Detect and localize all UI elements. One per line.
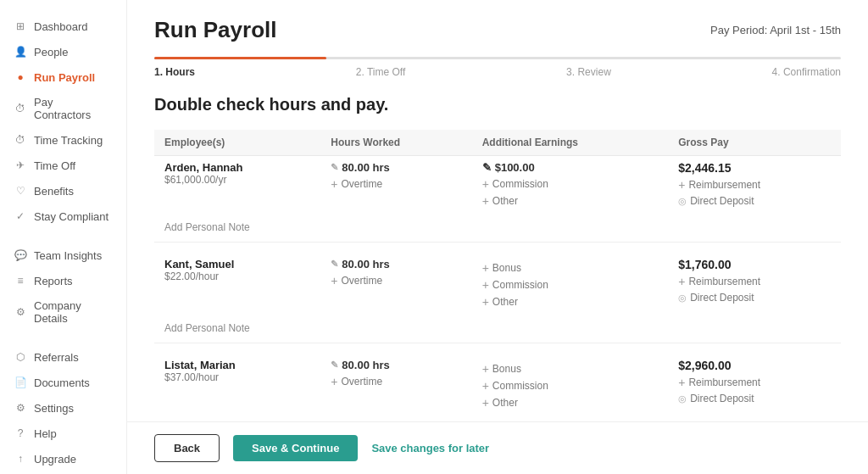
add-icon-other-1: + (482, 194, 489, 208)
deposit-icon-1: ◎ (678, 196, 687, 207)
sidebar-item-company-details[interactable]: ⚙ Company Details (0, 293, 126, 331)
deposit-label-2: Direct Deposit (690, 292, 754, 304)
add-icon-overtime-3: + (331, 375, 337, 388)
sidebar-item-referrals[interactable]: ⬡ Referrals (0, 344, 126, 370)
add-icon-reimb-2: + (678, 275, 685, 288)
hours-value-3: ✎ 80.00 hrs (331, 359, 461, 371)
employee-rate-1: $61,000.00/yr (164, 174, 310, 186)
reimbursement-label-1: Reimbursement (688, 179, 760, 191)
sidebar-item-stay-compliant[interactable]: ✓ Stay Compliant (0, 204, 126, 229)
commission-label-1: Commission (492, 178, 548, 190)
edit-hours-icon-2: ✎ (331, 259, 338, 270)
sidebar-item-label: Run Payroll (34, 71, 95, 84)
add-commission-1[interactable]: + Commission (482, 177, 659, 191)
reimbursement-label-3: Reimbursement (688, 376, 760, 388)
commission-label-3: Commission (492, 380, 548, 392)
sidebar-item-run-payroll[interactable]: ● Run Payroll (0, 64, 126, 90)
time-tracking-icon: ⏱ (14, 133, 27, 147)
col-gross: Gross Pay (668, 130, 841, 156)
progress-step-time-off[interactable]: 2. Time Off (356, 66, 405, 78)
bonus-label-2: Bonus (492, 262, 521, 274)
employee-name-1: Arden, Hannah (164, 161, 310, 174)
progress-step-confirmation[interactable]: 4. Confirmation (772, 66, 841, 78)
row-spacer-2 (154, 343, 841, 354)
add-deposit-3[interactable]: ◎ Direct Deposit (678, 393, 831, 404)
hours-value-2: ✎ 80.00 hrs (331, 258, 461, 270)
add-overtime-2[interactable]: + Overtime (331, 274, 461, 287)
note-cell-1: Add Personal Note (154, 213, 841, 243)
sidebar-item-documents[interactable]: 📄 Documents (0, 370, 126, 395)
add-icon-commission-1: + (482, 177, 489, 191)
overtime-label-2: Overtime (342, 275, 383, 287)
settings-icon: ⚙ (14, 401, 27, 415)
team-insights-icon: 💬 (14, 248, 27, 262)
add-commission-2[interactable]: + Commission (482, 278, 659, 292)
add-other-2[interactable]: + Other (482, 295, 659, 309)
add-reimbursement-1[interactable]: + Reimbursement (678, 178, 831, 192)
deposit-icon-3: ◎ (678, 393, 687, 404)
back-button[interactable]: Back (154, 434, 220, 462)
table-row-note-1: Add Personal Note (154, 213, 841, 243)
earnings-amount-1: ✎ $100.00 (482, 161, 659, 174)
people-icon: 👤 (14, 45, 27, 59)
add-icon-overtime-1: + (331, 177, 337, 191)
add-personal-note-1[interactable]: Add Personal Note (164, 221, 831, 233)
add-other-1[interactable]: + Other (482, 194, 659, 208)
add-personal-note-2[interactable]: Add Personal Note (164, 322, 831, 334)
add-reimbursement-2[interactable]: + Reimbursement (678, 275, 831, 288)
hours-amount-2: 80.00 hrs (342, 258, 389, 270)
employee-cell-3: Listat, Marian $37.00/hour (154, 354, 320, 415)
sidebar-item-reports[interactable]: ≡ Reports (0, 268, 126, 293)
progress-step-hours[interactable]: 1. Hours (154, 66, 195, 78)
table-header-row: Employee(s) Hours Worked Additional Earn… (154, 130, 841, 156)
add-commission-3[interactable]: + Commission (482, 379, 659, 393)
sidebar-item-upgrade[interactable]: ↑ Upgrade (0, 446, 126, 471)
sidebar: ⊞ Dashboard 👤 People ● Run Payroll ⏱ Pay… (0, 0, 127, 474)
edit-earnings-icon-1: ✎ (482, 161, 492, 174)
save-continue-button[interactable]: Save & Continue (233, 435, 358, 461)
overtime-label-1: Overtime (342, 178, 383, 190)
edit-hours-icon-1: ✎ (331, 162, 338, 173)
sidebar-item-team-insights[interactable]: 💬 Team Insights (0, 243, 126, 268)
add-overtime-3[interactable]: + Overtime (331, 375, 461, 388)
other-label-1: Other (492, 195, 518, 207)
sidebar-item-people[interactable]: 👤 People (0, 39, 126, 64)
add-icon-other-3: + (482, 396, 489, 410)
add-overtime-1[interactable]: + Overtime (331, 177, 461, 191)
add-bonus-3[interactable]: + Bonus (482, 362, 659, 376)
employee-rate-2: $22.00/hour (164, 270, 310, 282)
add-icon-commission-2: + (482, 278, 489, 292)
pay-contractors-icon: ⏱ (14, 102, 27, 115)
section-title: Double check hours and pay. (154, 95, 841, 114)
main-content: Run Payroll Pay Period: April 1st - 15th… (127, 0, 868, 421)
employee-cell-2: Kant, Samuel $22.00/hour (154, 253, 320, 314)
table-row: Kant, Samuel $22.00/hour ✎ 80.00 hrs + O… (154, 253, 841, 314)
sidebar-item-dashboard[interactable]: ⊞ Dashboard (0, 14, 126, 39)
sidebar-item-time-off[interactable]: ✈ Time Off (0, 153, 126, 178)
help-icon: ? (14, 427, 27, 440)
sidebar-item-label: Referrals (34, 351, 79, 364)
sidebar-item-label: Benefits (34, 185, 74, 198)
sidebar-item-settings[interactable]: ⚙ Settings (0, 395, 126, 421)
earnings-cell-2: + Bonus + Commission + Other (472, 253, 669, 314)
sidebar-item-help[interactable]: ? Help (0, 421, 126, 446)
add-icon-other-2: + (482, 295, 489, 309)
progress-bar-container: 1. Hours 2. Time Off 3. Review 4. Confir… (154, 57, 841, 78)
sidebar-item-label: Settings (34, 402, 74, 415)
add-reimbursement-3[interactable]: + Reimbursement (678, 376, 831, 389)
hours-amount-3: 80.00 hrs (342, 359, 389, 371)
run-payroll-icon: ● (14, 70, 27, 84)
save-later-button[interactable]: Save changes for later (371, 442, 489, 454)
sidebar-item-pay-contractors[interactable]: ⏱ Pay Contractors (0, 90, 126, 127)
progress-step-review[interactable]: 3. Review (566, 66, 611, 78)
gross-pay-2: $1,760.00 (678, 258, 831, 271)
hours-cell-1: ✎ 80.00 hrs + Overtime (320, 156, 471, 214)
add-other-3[interactable]: + Other (482, 396, 659, 410)
hours-amount-1: 80.00 hrs (342, 161, 389, 174)
sidebar-item-benefits[interactable]: ♡ Benefits (0, 178, 126, 204)
add-bonus-2[interactable]: + Bonus (482, 261, 659, 275)
sidebar-item-time-tracking[interactable]: ⏱ Time Tracking (0, 127, 126, 153)
add-deposit-1[interactable]: ◎ Direct Deposit (678, 195, 831, 207)
earnings-value-1: $100.00 (495, 161, 535, 174)
add-deposit-2[interactable]: ◎ Direct Deposit (678, 292, 831, 304)
